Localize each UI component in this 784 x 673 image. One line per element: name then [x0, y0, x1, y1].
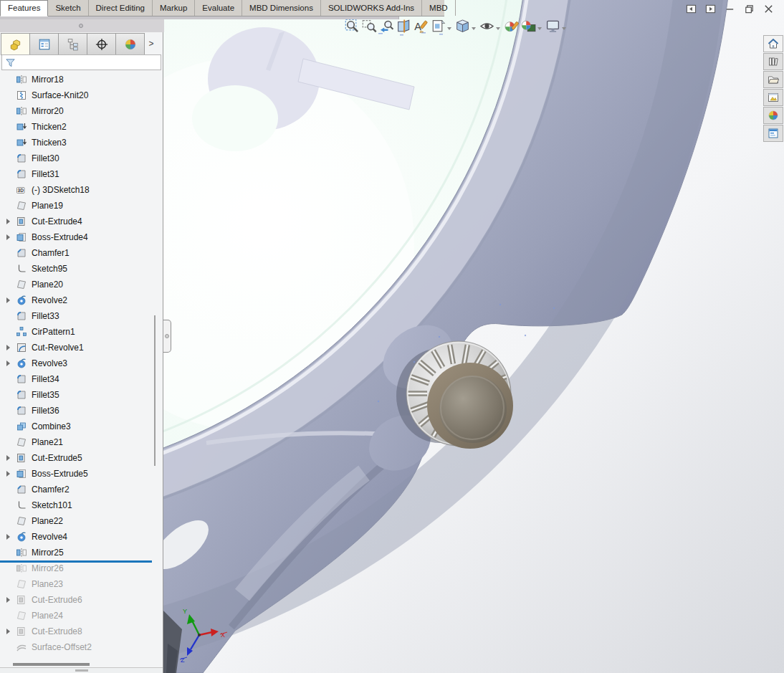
- tree-item-mirror18[interactable]: Mirror18: [0, 72, 153, 87]
- tree-item-mirror20[interactable]: Mirror20: [0, 103, 153, 119]
- tree-item-boss-extrude4[interactable]: Boss-Extrude4: [0, 229, 153, 245]
- pane-tabs-expand-button[interactable]: >: [144, 33, 158, 54]
- zoom-to-fit-button[interactable]: [344, 18, 360, 34]
- tree-item-sketch101[interactable]: Sketch101: [0, 497, 153, 513]
- tree-item-surface-offset2[interactable]: Surface-Offset2: [0, 639, 153, 655]
- tree-item-plane23[interactable]: Plane23: [0, 576, 153, 592]
- tree-item-plane22[interactable]: Plane22: [0, 513, 153, 529]
- tree-filter-box[interactable]: [1, 54, 161, 70]
- dynamic-annotation-views-button[interactable]: [413, 18, 429, 34]
- restore-button[interactable]: [743, 3, 755, 15]
- hud-appearance-icon: [504, 19, 519, 34]
- tree-item-thicken3[interactable]: Thicken3: [0, 135, 153, 151]
- tree-horizontal-scrollbar[interactable]: [13, 663, 90, 666]
- expand-arrow-icon[interactable]: [4, 455, 12, 461]
- ribbon-tab-markup[interactable]: Markup: [153, 0, 195, 16]
- tree-item-revolve4[interactable]: Revolve4: [0, 529, 153, 545]
- pane-tab-configuration-manager[interactable]: [58, 33, 87, 55]
- tree-item-label: Fillet34: [32, 374, 59, 384]
- zoom-to-area-button[interactable]: [361, 18, 378, 34]
- collapse-right-pane-button[interactable]: [704, 3, 717, 15]
- ribbon-tab-features[interactable]: Features: [0, 0, 48, 16]
- tree-item-thicken2[interactable]: Thicken2: [0, 119, 153, 135]
- view-palette-tab[interactable]: [763, 89, 783, 106]
- tree-item-sketch95[interactable]: Sketch95: [0, 261, 153, 277]
- triad-x-label: X: [221, 631, 225, 639]
- tree-item-fillet31[interactable]: Fillet31: [0, 166, 153, 182]
- expand-arrow-icon[interactable]: [4, 297, 12, 303]
- tree-item-chamfer2[interactable]: Chamfer2: [0, 482, 153, 497]
- tree-item-plane19[interactable]: Plane19: [0, 198, 153, 214]
- ribbon-tab-direct-editing[interactable]: Direct Editing: [89, 0, 153, 16]
- ribbon-tab-evaluate[interactable]: Evaluate: [195, 0, 242, 16]
- file-explorer-tab[interactable]: [763, 71, 783, 88]
- hud-prev-view-icon: [379, 19, 394, 34]
- expand-arrow-icon[interactable]: [4, 471, 12, 477]
- tree-item-fillet33[interactable]: Fillet33: [0, 308, 153, 324]
- tree-item-boss-extrude5[interactable]: Boss-Extrude5: [0, 466, 153, 482]
- tree-item-fillet35[interactable]: Fillet35: [0, 387, 153, 403]
- tree-item-plane24[interactable]: Plane24: [0, 608, 153, 624]
- design-library-tab[interactable]: [763, 53, 783, 70]
- tree-item-fillet36[interactable]: Fillet36: [0, 403, 153, 419]
- tp-home-icon: [767, 38, 780, 49]
- home-tab[interactable]: [763, 35, 783, 52]
- appearances-scenes-tab[interactable]: [763, 107, 783, 124]
- expand-arrow-icon[interactable]: [4, 234, 12, 240]
- plane-feature-icon: [16, 279, 27, 290]
- panel-collapse-handle[interactable]: [163, 320, 171, 353]
- expand-arrow-icon[interactable]: [4, 219, 12, 224]
- tree-item-mirror26[interactable]: Mirror26: [0, 560, 153, 576]
- tree-item-fillet34[interactable]: Fillet34: [0, 371, 153, 387]
- pane-tab-property-manager[interactable]: [29, 33, 59, 55]
- expand-arrow-icon[interactable]: [4, 597, 12, 603]
- tree-item-cut-extrude4[interactable]: Cut-Extrude4: [0, 214, 153, 229]
- view-orientation-button[interactable]: [430, 18, 454, 34]
- apply-scene-button[interactable]: [520, 18, 544, 34]
- pane-tab-dimxpertmanager[interactable]: [87, 33, 116, 55]
- tree-item-cut-extrude5[interactable]: Cut-Extrude5: [0, 450, 153, 466]
- collapse-left-pane-button[interactable]: [685, 3, 697, 15]
- ribbon-tab-mbd-dimensions[interactable]: MBD Dimensions: [242, 0, 321, 16]
- hide-show-items-button[interactable]: [479, 18, 502, 34]
- ribbon-tab-mbd[interactable]: MBD: [422, 0, 456, 16]
- fillet-feature-icon: [16, 405, 27, 416]
- panel-bottom-splitter[interactable]: [0, 667, 163, 673]
- tree-item-cut-extrude8[interactable]: Cut-Extrude8: [0, 624, 153, 639]
- tree-item-cut-extrude6[interactable]: Cut-Extrude6: [0, 592, 153, 608]
- tree-item-combine3[interactable]: Combine3: [0, 419, 153, 434]
- tree-item-plane20[interactable]: Plane20: [0, 277, 153, 292]
- tree-item-plane21[interactable]: Plane21: [0, 434, 153, 450]
- previous-view-button[interactable]: [378, 18, 395, 34]
- tree-item-revolve3[interactable]: Revolve3: [0, 355, 153, 371]
- tree-item-revolve2[interactable]: Revolve2: [0, 292, 153, 308]
- panel-top-splitter[interactable]: [0, 19, 164, 32]
- custom-properties-tab[interactable]: [763, 125, 783, 142]
- tree-item-chamfer1[interactable]: Chamfer1: [0, 245, 153, 261]
- tree-item-label: Revolve3: [32, 358, 67, 368]
- expand-arrow-icon[interactable]: [4, 361, 12, 366]
- tree-item-mirror25[interactable]: Mirror25: [0, 545, 153, 560]
- expand-arrow-icon[interactable]: [4, 345, 12, 350]
- edit-appearance-button[interactable]: [503, 18, 520, 34]
- tree-item-surface-knit20[interactable]: Surface-Knit20: [0, 87, 153, 103]
- tree-item-cirpattern1[interactable]: CirPattern1: [0, 324, 153, 340]
- tree-item-3dsketch18[interactable]: (-) 3DSketch18: [0, 182, 153, 198]
- pane-tab-displaymanager[interactable]: [115, 33, 145, 55]
- tree-item-cut-revolve1[interactable]: Cut-Revolve1: [0, 340, 153, 355]
- rollback-bar[interactable]: [0, 560, 152, 563]
- tree-vertical-scrollbar[interactable]: [154, 315, 156, 466]
- minimize-button[interactable]: [724, 3, 736, 15]
- close-button[interactable]: [763, 3, 775, 15]
- expand-arrow-icon[interactable]: [4, 629, 12, 634]
- tree-item-fillet30[interactable]: Fillet30: [0, 151, 153, 166]
- ribbon-tab-sketch[interactable]: Sketch: [48, 0, 88, 16]
- ribbon-tab-solidworks-add-ins[interactable]: SOLIDWORKS Add-Ins: [321, 0, 422, 16]
- tp-palette-icon: [767, 92, 780, 103]
- display-style-button[interactable]: [454, 18, 478, 34]
- pane-tab-featuremanager-design-tree[interactable]: [1, 33, 30, 55]
- expand-arrow-icon[interactable]: [4, 534, 12, 540]
- view-settings-button[interactable]: [545, 18, 568, 34]
- 3d-viewport[interactable]: Y X Z: [163, 0, 784, 673]
- section-view-button[interactable]: [396, 18, 412, 34]
